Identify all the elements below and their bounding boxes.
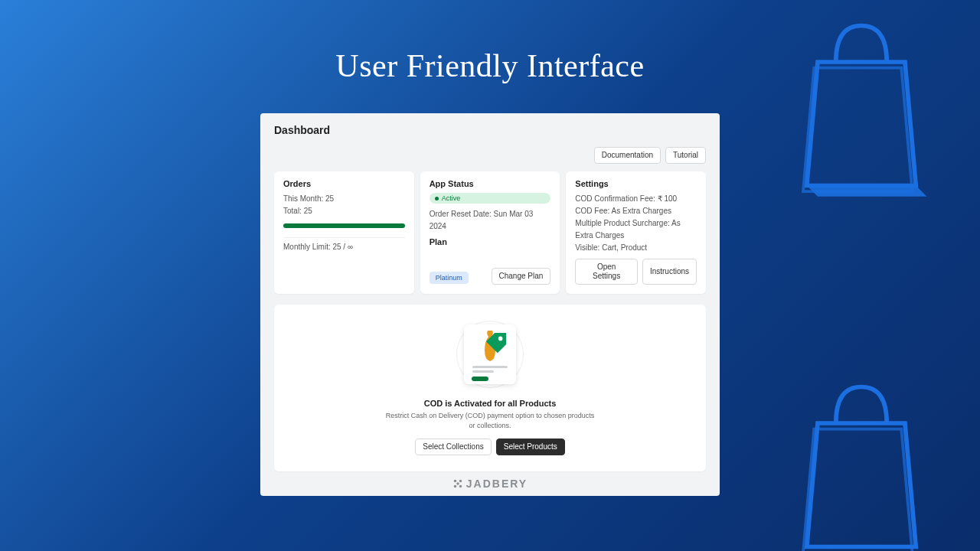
brand-name: JADBERY (466, 478, 528, 490)
orders-limit: Monthly Limit: 25 / ∞ (283, 241, 405, 253)
main-panel: COD is Activated for all Products Restri… (274, 305, 706, 471)
reset-date: Order Reset Date: Sun Mar 03 2024 (430, 208, 551, 233)
plan-heading: Plan (430, 237, 551, 246)
svg-point-1 (454, 480, 457, 483)
page-title: Dashboard (274, 124, 706, 136)
orders-this-month: This Month: 25 (283, 193, 405, 205)
brand-logo-icon (452, 478, 463, 489)
settings-line: Visible: Cart, Product (575, 242, 697, 254)
status-label: Active (442, 194, 461, 202)
change-plan-button[interactable]: Change Plan (492, 268, 551, 285)
instructions-button[interactable]: Instructions (642, 259, 697, 285)
orders-progress (283, 223, 405, 228)
footer-brand: JADBERY (274, 478, 706, 490)
orders-total: Total: 25 (283, 205, 405, 217)
shopping-bag-icon (789, 367, 934, 551)
app-window: Dashboard Documentation Tutorial Orders … (260, 113, 720, 496)
tutorial-button[interactable]: Tutorial (665, 147, 706, 164)
orders-heading: Orders (283, 179, 405, 188)
product-illustration (456, 321, 524, 388)
plan-badge: Platinum (430, 272, 469, 284)
svg-point-3 (456, 482, 459, 485)
svg-point-2 (459, 480, 462, 483)
price-tag-icon (485, 326, 508, 360)
settings-line: Multiple Product Surcharge: As Extra Cha… (575, 217, 697, 242)
open-settings-button[interactable]: Open Settings (575, 259, 638, 285)
panel-title: COD is Activated for all Products (424, 399, 557, 408)
svg-point-0 (498, 337, 503, 341)
status-dot-icon (435, 197, 439, 201)
settings-line: COD Confirmation Fee: ₹ 100 (575, 193, 697, 205)
orders-card: Orders This Month: 25 Total: 25 Monthly … (274, 171, 414, 294)
hero-title: User Friendly Interface (0, 0, 980, 84)
app-status-card: App Status Active Order Reset Date: Sun … (420, 171, 560, 294)
status-badge: Active (430, 193, 551, 204)
select-products-button[interactable]: Select Products (496, 439, 565, 455)
svg-point-5 (459, 485, 462, 488)
svg-point-4 (454, 485, 457, 488)
panel-subtitle: Restrict Cash on Delivery (COD) payment … (383, 411, 597, 430)
header-buttons: Documentation Tutorial (274, 147, 706, 164)
documentation-button[interactable]: Documentation (594, 147, 661, 164)
settings-card: Settings COD Confirmation Fee: ₹ 100 COD… (566, 171, 706, 294)
settings-line: COD Fee: As Extra Charges (575, 205, 697, 217)
status-heading: App Status (430, 179, 551, 188)
select-collections-button[interactable]: Select Collections (415, 439, 491, 455)
settings-heading: Settings (575, 179, 697, 188)
